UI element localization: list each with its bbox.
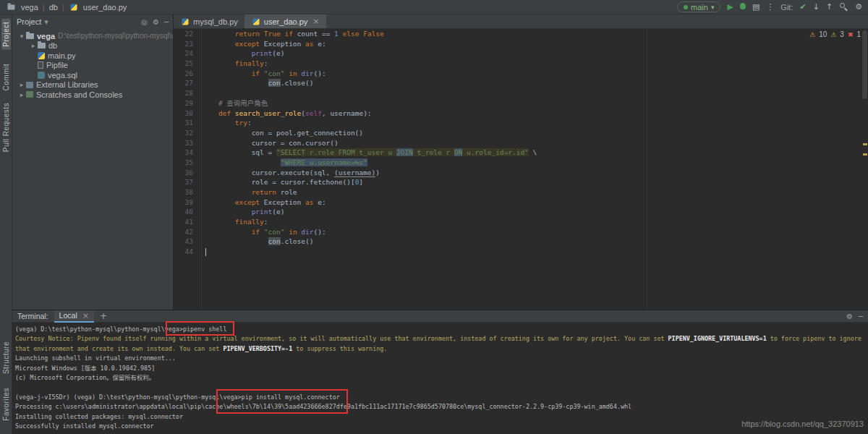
debug-button[interactable]: [740, 3, 746, 11]
code-line-37[interactable]: 37 role = cursor.fetchone()[0]: [174, 177, 868, 187]
line-number[interactable]: 35: [174, 158, 198, 168]
breadcrumb-package[interactable]: db: [49, 3, 58, 12]
terminal-title: Terminal:: [17, 312, 48, 320]
project-panel-title[interactable]: Project: [17, 17, 41, 26]
tool-stripe-commit[interactable]: Commit: [1, 61, 11, 93]
line-number[interactable]: 44: [174, 247, 198, 257]
code-line-36[interactable]: 36 cursor.execute(sql, (username)): [174, 168, 868, 178]
line-number[interactable]: 23: [174, 39, 198, 49]
line-number[interactable]: 41: [174, 217, 198, 227]
tool-stripe-pull-requests[interactable]: Pull Requests: [1, 100, 11, 155]
code-line-43[interactable]: 43 con.close(): [174, 237, 868, 247]
line-number[interactable]: 27: [174, 78, 198, 88]
breadcrumb-project[interactable]: vega: [21, 3, 38, 12]
git-commit-check-icon[interactable]: ✔: [799, 3, 806, 11]
tree-item-vega-sql[interactable]: vega.sql: [12, 70, 173, 80]
line-number[interactable]: 24: [174, 48, 198, 59]
chevron-down-icon[interactable]: ▾: [44, 17, 48, 27]
code-text: [198, 88, 202, 98]
code-line-42[interactable]: 42 if "con" in dir():: [174, 227, 868, 237]
chevron-right-icon[interactable]: ▸: [18, 81, 25, 88]
line-number[interactable]: 22: [174, 29, 198, 39]
more-actions-button[interactable]: ⋮: [766, 3, 774, 11]
git-branch-button[interactable]: main ▾: [677, 1, 720, 12]
code-line-33[interactable]: 33 cursor = con.cursor(): [174, 138, 868, 148]
warning-stripe-mark[interactable]: [863, 143, 867, 145]
code-line-39[interactable]: 39 except Exception as e:: [174, 197, 868, 208]
run-button[interactable]: ▶: [727, 3, 733, 11]
panel-gear-icon[interactable]: ⚙: [153, 18, 159, 26]
line-number[interactable]: 40: [174, 207, 198, 217]
code-line-44[interactable]: 44: [174, 247, 868, 257]
tab-mysql-db-py[interactable]: mysql_db.py: [174, 14, 244, 28]
line-number[interactable]: 38: [174, 187, 198, 197]
warning-stripe-mark[interactable]: [863, 153, 867, 156]
breadcrumb-file[interactable]: user_dao.py: [83, 3, 127, 12]
code-line-26[interactable]: 26 if "con" in dir():: [174, 69, 868, 79]
line-number[interactable]: 37: [174, 177, 198, 187]
chevron-right-icon[interactable]: ▸: [30, 42, 37, 49]
line-number[interactable]: 31: [174, 118, 198, 128]
tree-item-pipfile[interactable]: Pipfile: [12, 61, 173, 71]
line-number[interactable]: 36: [174, 168, 198, 178]
code-line-32[interactable]: 32 con = pool.get_connection(): [174, 128, 868, 138]
tool-stripe-structure[interactable]: Structure: [1, 339, 11, 377]
git-push-icon[interactable]: ↑: [826, 3, 833, 11]
code-line-41[interactable]: 41 finally:: [174, 217, 868, 227]
tree-item-vega[interactable]: ▾vegaD:\test\python-mysql\python-mysql\v…: [12, 31, 173, 41]
line-number[interactable]: 25: [174, 59, 198, 69]
tab-user-dao-py[interactable]: user_dao.py ×: [244, 14, 326, 28]
terminal-tab-local[interactable]: Local ×: [54, 310, 94, 323]
tree-item-db[interactable]: ▸db: [12, 41, 173, 51]
code-token: [202, 79, 268, 87]
git-pull-icon[interactable]: ↓: [813, 3, 820, 11]
line-number[interactable]: 39: [174, 197, 198, 208]
chevron-right-icon[interactable]: ▸: [18, 91, 25, 98]
line-number[interactable]: 34: [174, 148, 198, 158]
code-line-31[interactable]: 31 try:: [174, 118, 868, 128]
tree-item-scratches-and-consoles[interactable]: ▸Scratches and Consoles: [12, 90, 173, 100]
coverage-button[interactable]: ▤: [752, 3, 760, 11]
terminal-gear-icon[interactable]: ⚙: [846, 312, 853, 320]
code-line-40[interactable]: 40 print(e): [174, 207, 868, 217]
search-everywhere-icon[interactable]: [839, 2, 848, 12]
code-line-22[interactable]: 22 return True if count == 1 else False: [174, 29, 868, 39]
code-line-29[interactable]: 29 # 查询用户角色: [174, 98, 868, 109]
line-number[interactable]: 26: [174, 69, 198, 79]
tool-stripe-project[interactable]: Project: [1, 19, 11, 50]
minimize-panel-icon[interactable]: ─: [859, 312, 863, 320]
editor[interactable]: 22 return True if count == 1 else False2…: [174, 29, 868, 310]
code-line-30[interactable]: 30 def search_user_role(self, username):: [174, 109, 868, 119]
line-number[interactable]: 30: [174, 109, 198, 119]
tree-item-external-libraries[interactable]: ▸External Libraries: [12, 80, 173, 90]
new-terminal-button[interactable]: +: [100, 311, 107, 321]
line-number[interactable]: 29: [174, 98, 198, 109]
editor-scrollbar-thumb[interactable]: [862, 30, 867, 99]
line-number[interactable]: 28: [174, 88, 198, 98]
tree-item-main-py[interactable]: main.py: [12, 51, 173, 61]
line-number[interactable]: 42: [174, 227, 198, 237]
code-line-24[interactable]: 24 print(e): [174, 48, 868, 59]
tool-stripe-favorites[interactable]: Favorites: [1, 385, 11, 424]
lib-icon: [26, 82, 33, 88]
line-number[interactable]: 32: [174, 128, 198, 138]
close-tab-icon[interactable]: ×: [312, 17, 319, 26]
close-terminal-tab-icon[interactable]: ×: [82, 311, 89, 320]
inspections-widget[interactable]: ⚠ 10 ⚠ 3 ✖ 1: [809, 30, 861, 38]
code-line-28[interactable]: 28: [174, 88, 868, 98]
code-line-34[interactable]: 34 sql = "SELECT r.role FROM t_user u JO…: [174, 148, 868, 158]
code-line-38[interactable]: 38 return role: [174, 187, 868, 197]
code-line-27[interactable]: 27 con.close(): [174, 78, 868, 88]
code-line-35[interactable]: 35 "WHERE u.username=%s": [174, 158, 868, 168]
code-line-25[interactable]: 25 finally:: [174, 59, 868, 69]
line-number[interactable]: 33: [174, 138, 198, 148]
chevron-down-icon[interactable]: ▾: [18, 33, 25, 40]
line-number[interactable]: 43: [174, 237, 198, 247]
hide-panel-icon[interactable]: ─: [164, 18, 169, 26]
terminal-output[interactable]: (vega) D:\test\python-mysql\python-mysql…: [12, 323, 868, 434]
code-token: [202, 208, 252, 216]
locate-file-icon[interactable]: ◎: [141, 18, 148, 26]
code-line-23[interactable]: 23 except Exception as e:: [174, 39, 868, 49]
code-token: con: [268, 237, 281, 245]
settings-gear-icon[interactable]: ⚙: [855, 3, 862, 11]
